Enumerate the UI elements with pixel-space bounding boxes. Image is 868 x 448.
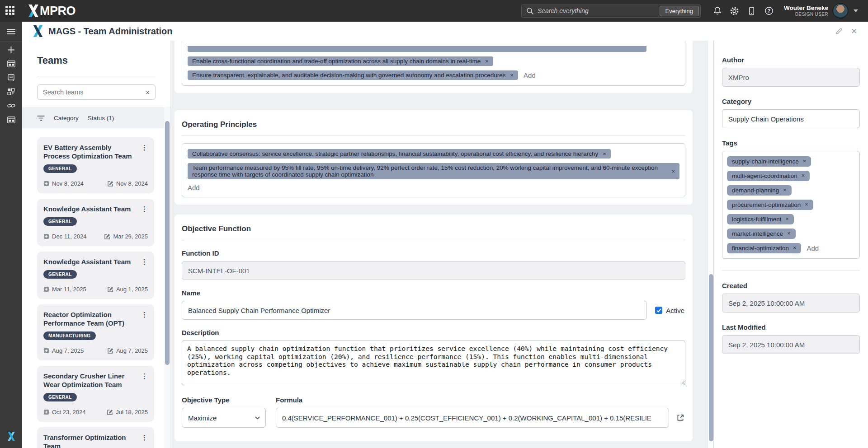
filter-icon[interactable] bbox=[37, 115, 45, 121]
team-name: Transformer Optimization Team bbox=[43, 433, 138, 448]
tag-chip: logistics-fulfillment × bbox=[727, 214, 794, 224]
hamburger-menu-icon[interactable] bbox=[0, 22, 22, 42]
created-date-icon bbox=[43, 233, 49, 239]
team-modified-date: Nov 8, 2024 bbox=[107, 180, 148, 187]
filter-category[interactable]: Category bbox=[54, 115, 79, 121]
kebab-menu-icon[interactable]: ⋮ bbox=[138, 143, 148, 160]
created-date-icon bbox=[43, 348, 49, 354]
close-icon[interactable]: ✕ bbox=[846, 24, 862, 38]
teams-scrollbar-thumb[interactable] bbox=[165, 121, 170, 365]
operating-principles-title: Operating Principles bbox=[182, 117, 685, 136]
remove-tag-icon[interactable]: × bbox=[802, 173, 805, 179]
team-card[interactable]: Knowledge Assistant Team ⋮ GENERAL Mar 1… bbox=[37, 252, 154, 299]
search-icon bbox=[526, 7, 534, 15]
notifications-bell-icon[interactable] bbox=[709, 2, 726, 19]
team-created-date: Aug 7, 2025 bbox=[43, 347, 84, 354]
kebab-menu-icon[interactable]: ⋮ bbox=[138, 205, 148, 213]
category-input[interactable] bbox=[722, 109, 860, 128]
modified-date-icon bbox=[104, 233, 110, 240]
objective-type-group: Objective Type Maximize bbox=[182, 388, 266, 428]
team-modified-date: Aug 1, 2025 bbox=[107, 286, 148, 293]
user-name: Wouter Beneke bbox=[784, 5, 828, 12]
xmpro-footer-logo-icon bbox=[7, 432, 16, 443]
mobile-device-icon[interactable] bbox=[743, 2, 760, 19]
team-card[interactable]: Knowledge Assistant Team ⋮ GENERAL Dec 1… bbox=[37, 199, 154, 246]
objective-function-title: Objective Function bbox=[182, 222, 685, 240]
expand-formula-icon[interactable] bbox=[675, 413, 685, 423]
search-scope-button[interactable]: Everything bbox=[660, 6, 699, 16]
main-scrollbar-thumb[interactable] bbox=[709, 274, 713, 441]
dashboard-icon[interactable] bbox=[0, 58, 22, 70]
name-label: Name bbox=[182, 289, 685, 297]
help-icon[interactable]: ? bbox=[760, 2, 778, 19]
team-name: Knowledge Assistant Team bbox=[43, 257, 138, 266]
remove-chip-icon[interactable]: × bbox=[485, 58, 489, 64]
remove-tag-icon[interactable]: × bbox=[786, 216, 789, 222]
teams-search-input[interactable] bbox=[43, 89, 145, 96]
user-role: DESIGN USER bbox=[784, 12, 828, 17]
left-rail bbox=[0, 22, 22, 448]
chevron-down-icon bbox=[255, 416, 260, 420]
tags-container: supply-chain-intelligence × multi-agent-… bbox=[722, 151, 860, 259]
add-principle-link[interactable]: Add bbox=[188, 184, 200, 191]
window-header: MAGS - Team Administration ✕ bbox=[22, 22, 868, 41]
remove-chip-icon[interactable]: × bbox=[671, 168, 675, 174]
teams-scrollbar bbox=[164, 107, 170, 448]
user-menu-caret-icon[interactable] bbox=[854, 9, 858, 12]
category-label: Category bbox=[722, 98, 860, 105]
remove-tag-icon[interactable]: × bbox=[803, 159, 806, 164]
remove-tag-icon[interactable]: × bbox=[783, 187, 786, 193]
kebab-menu-icon[interactable]: ⋮ bbox=[138, 310, 148, 327]
kebab-menu-icon[interactable]: ⋮ bbox=[138, 433, 148, 448]
remove-chip-icon[interactable]: × bbox=[510, 72, 514, 78]
check-icon bbox=[656, 308, 661, 313]
edit-pencil-icon[interactable] bbox=[831, 24, 846, 38]
settings-gear-icon[interactable] bbox=[726, 2, 743, 19]
add-goal-link[interactable]: Add bbox=[524, 71, 536, 79]
formula-group: Formula bbox=[276, 388, 685, 428]
author-input bbox=[722, 68, 860, 87]
xmpro-logo-x-icon bbox=[28, 5, 39, 17]
add-new-icon[interactable] bbox=[0, 44, 22, 56]
filter-status[interactable]: Status (1) bbox=[88, 115, 114, 121]
team-card[interactable]: Secondary Crusher Liner Wear Optimizatio… bbox=[37, 366, 154, 422]
svg-text:?: ? bbox=[768, 8, 771, 14]
remove-chip-icon[interactable]: × bbox=[603, 151, 606, 157]
clear-search-icon[interactable]: × bbox=[145, 89, 151, 96]
remove-tag-icon[interactable]: × bbox=[805, 202, 808, 208]
global-search[interactable]: Everything bbox=[521, 5, 701, 18]
user-avatar[interactable] bbox=[833, 3, 848, 19]
layout-grid-icon[interactable] bbox=[0, 86, 22, 98]
team-card[interactable]: Transformer Optimization Team ⋮ UTILITY … bbox=[37, 427, 154, 448]
kebab-menu-icon[interactable]: ⋮ bbox=[138, 257, 148, 266]
clipped-chip bbox=[188, 46, 646, 52]
app-grid-icon[interactable] bbox=[5, 6, 15, 16]
team-created-date: Oct 23, 2024 bbox=[43, 409, 85, 415]
cards-panel-icon[interactable] bbox=[0, 114, 22, 126]
operating-principles-section: Operating Principles Collaborative conse… bbox=[175, 110, 693, 205]
author-label: Author bbox=[722, 56, 860, 64]
last-modified-input bbox=[722, 335, 860, 354]
team-category-badge: GENERAL bbox=[43, 393, 77, 401]
search-input[interactable] bbox=[538, 7, 660, 14]
brand-wordmark: MPRO bbox=[40, 4, 75, 18]
kebab-menu-icon[interactable]: ⋮ bbox=[138, 372, 148, 389]
remove-tag-icon[interactable]: × bbox=[787, 231, 790, 237]
user-info: Wouter Beneke DESIGN USER bbox=[784, 5, 828, 17]
remove-tag-icon[interactable]: × bbox=[793, 245, 796, 251]
objective-type-select[interactable]: Maximize bbox=[182, 408, 266, 428]
forms-clipboard-icon[interactable] bbox=[0, 72, 22, 84]
description-textarea[interactable]: A balanced supply chain optimization fun… bbox=[182, 341, 685, 385]
active-checkbox[interactable] bbox=[655, 307, 662, 314]
xmpro-brand-logo: MPRO bbox=[28, 4, 75, 18]
name-input[interactable] bbox=[182, 301, 647, 320]
formula-input[interactable] bbox=[276, 408, 669, 428]
team-card[interactable]: EV Battery Assembly Process Optimization… bbox=[37, 137, 154, 193]
add-tag-link[interactable]: Add bbox=[807, 244, 819, 252]
goals-section-clipped: Enable cross-functional coordination and… bbox=[175, 41, 693, 93]
team-category-badge: MANUFACTURING bbox=[43, 331, 96, 340]
team-card[interactable]: Reactor Optimization Performance Team (O… bbox=[37, 304, 154, 360]
mags-x-logo-icon bbox=[33, 25, 43, 37]
link-icon[interactable] bbox=[0, 100, 22, 112]
function-id-label: Function ID bbox=[182, 249, 685, 257]
